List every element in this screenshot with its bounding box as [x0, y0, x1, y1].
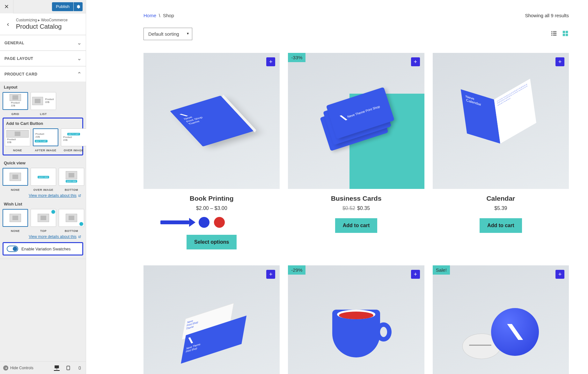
product-price: $5.39 [494, 205, 507, 211]
quick-add-button[interactable]: + [411, 57, 420, 66]
quick-view-more-link[interactable]: View more details about this [3, 191, 83, 198]
layout-option-list[interactable]: Product22$ LIST [31, 92, 56, 116]
swatch-blue[interactable] [199, 217, 209, 228]
product-image: -33% + Neve Theme Print Shop [288, 53, 424, 189]
svg-rect-3 [553, 31, 556, 32]
brand-logo-icon [340, 114, 348, 122]
add-to-cart-option-over-image[interactable]: ADD TO CART Product22$ OVER IMAGE [61, 128, 86, 152]
wish-list-option-top[interactable]: TOP [31, 209, 56, 233]
product-image: Sale! + [433, 265, 569, 374]
grid-icon [562, 30, 569, 37]
chevron-up-icon: ⌃ [77, 71, 82, 77]
section-page-layout[interactable]: PAGE LAYOUT ⌄ [0, 51, 86, 66]
heart-icon [51, 210, 55, 214]
variation-swatches-toggle[interactable] [7, 246, 18, 252]
device-desktop-button[interactable] [54, 365, 60, 371]
image-placeholder-icon [10, 214, 21, 222]
breadcrumb-home-link[interactable]: Home [143, 13, 156, 18]
quick-view-option-none[interactable]: NONE [3, 168, 28, 191]
add-to-cart-button[interactable]: Add to cart [480, 218, 522, 233]
quick-add-button[interactable]: + [555, 270, 564, 279]
brand-logo-icon [507, 324, 523, 340]
image-placeholder-icon [10, 94, 21, 101]
back-button[interactable]: ‹ [4, 21, 11, 28]
chevron-down-icon: ⌄ [77, 55, 82, 61]
variation-swatches-row: Enable Variation Swatches [3, 242, 83, 255]
annotation-arrow-icon [160, 218, 195, 227]
select-options-button[interactable]: Select options [187, 235, 237, 249]
product-card[interactable]: + Neve Print Shop Theme Neve Theme. Prin… [143, 265, 280, 374]
close-customizer-button[interactable]: ✕ [0, 0, 13, 13]
product-price: $2.00 – $3.00 [196, 205, 227, 211]
variation-swatches [199, 217, 225, 228]
heart-icon [79, 222, 83, 226]
external-link-icon [78, 194, 81, 198]
brand-logo-icon [187, 336, 194, 345]
product-title: Calendar [486, 195, 515, 202]
product-image: + Neve Print Shop Theme [143, 53, 280, 189]
sale-badge: Sale! [433, 265, 450, 275]
svg-rect-5 [553, 33, 556, 34]
product-price: $0.52$0.35 [342, 205, 370, 211]
layout-label: Layout [3, 82, 83, 92]
quick-view-option-over-image[interactable]: QUICK VIEW OVER IMAGE [31, 168, 56, 191]
product-image: -29% + [288, 265, 424, 374]
gear-icon [76, 4, 80, 9]
section-product-card[interactable]: PRODUCT CARD ⌃ [0, 66, 86, 82]
add-to-cart-option-after-image[interactable]: Product22$ ADD TO CART AFTER IMAGE [33, 128, 58, 152]
sort-dropdown[interactable]: Default sorting [143, 28, 192, 40]
svg-rect-10 [563, 33, 565, 36]
product-title: Book Printing [190, 195, 234, 202]
svg-rect-1 [79, 366, 81, 369]
discount-badge: -29% [288, 265, 305, 275]
external-link-icon [78, 235, 81, 239]
wish-list-option-bottom[interactable]: BOTTOM [59, 209, 84, 233]
quick-add-button[interactable]: + [555, 57, 564, 66]
quick-view-label: Quick view [3, 157, 83, 168]
svg-rect-0 [67, 366, 70, 370]
variation-swatches-label: Enable Variation Swatches [21, 247, 70, 251]
section-general[interactable]: GENERAL ⌄ [0, 35, 86, 50]
add-to-cart-label: Add to Cart Button [5, 120, 81, 128]
product-card[interactable]: + Neve Print Shop Theme Book Printing $2… [143, 53, 280, 249]
tablet-icon [66, 365, 71, 371]
view-list-button[interactable] [550, 30, 557, 38]
quick-add-button[interactable]: + [266, 57, 275, 66]
desktop-icon [54, 364, 60, 370]
device-tablet-button[interactable] [65, 365, 71, 371]
customizer-sidebar: ✕ Publish ‹ Customizing ▸ WooCommerce Pr… [0, 0, 86, 374]
wish-list-more-link[interactable]: View more details about this [3, 233, 83, 240]
shop-breadcrumb: Home \ Shop [143, 13, 174, 18]
svg-rect-7 [553, 34, 556, 36]
view-grid-button[interactable] [562, 30, 569, 38]
panel-title: Product Catalog [16, 23, 68, 30]
publish-settings-button[interactable] [74, 2, 83, 11]
svg-rect-4 [551, 33, 553, 34]
list-icon [550, 30, 557, 37]
image-placeholder-icon [38, 214, 49, 222]
quick-add-button[interactable]: + [266, 270, 275, 279]
svg-rect-6 [551, 34, 553, 36]
image-placeholder-icon [66, 171, 77, 179]
add-to-cart-button[interactable]: Add to cart [335, 218, 377, 233]
swatch-red[interactable] [214, 217, 225, 228]
product-card[interactable]: + Neve Calendar 1 2 3 4 5 6 7 8 9 10 11 … [433, 53, 569, 249]
svg-rect-11 [566, 33, 568, 36]
layout-option-grid[interactable]: Product22$ GRID [3, 92, 28, 116]
quick-add-button[interactable]: + [411, 270, 420, 279]
product-card[interactable]: -33% + Neve Theme Print Shop Business Ca… [288, 53, 424, 249]
device-mobile-button[interactable] [77, 365, 83, 371]
breadcrumb: Customizing ▸ WooCommerce [16, 18, 68, 22]
svg-rect-2 [551, 31, 553, 32]
product-card[interactable]: -29% + [288, 265, 424, 374]
chevron-down-icon: ⌄ [77, 40, 82, 46]
wish-list-label: Wish List [3, 198, 83, 209]
publish-button[interactable]: Publish [52, 2, 73, 11]
product-card[interactable]: Sale! + [433, 265, 569, 374]
product-image: + Neve Calendar 1 2 3 4 5 6 7 8 9 10 11 … [433, 53, 569, 189]
wish-list-option-none[interactable]: NONE [3, 209, 28, 233]
hide-controls-button[interactable]: ◂ Hide Controls [3, 365, 33, 370]
add-to-cart-option-none[interactable]: Product22$ NONE [5, 128, 30, 152]
image-placeholder-icon [6, 130, 29, 138]
quick-view-option-bottom[interactable]: QUICK VIEW BOTTOM [59, 168, 84, 191]
